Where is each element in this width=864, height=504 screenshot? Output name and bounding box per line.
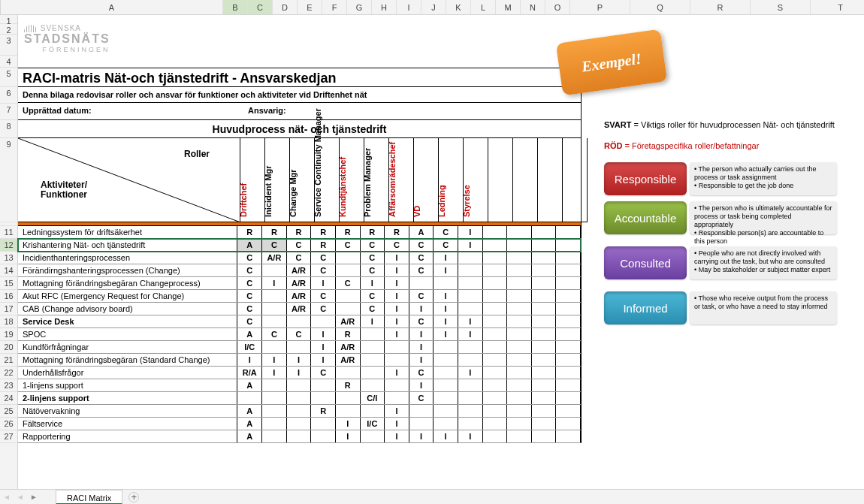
raci-cell[interactable] [483,354,508,366]
raci-cell[interactable]: C [361,290,385,302]
raci-cell[interactable] [262,290,287,302]
activity-label[interactable]: Fältservice [18,418,237,430]
activity-label[interactable]: Kundförfrågningar [18,341,237,353]
raci-cell[interactable]: I [385,290,409,302]
raci-cell[interactable] [556,328,581,340]
raci-cell[interactable]: I [311,328,336,340]
row-header-13[interactable]: 13 [0,252,17,264]
activity-label[interactable]: Akut RFC (Emergency Request for Change) [18,290,237,302]
raci-cell[interactable] [507,392,532,404]
raci-cell[interactable] [262,392,287,404]
raci-cell[interactable]: I [385,252,409,264]
raci-cell[interactable]: I [287,367,312,379]
activity-label[interactable]: 2-linjens support [18,392,237,404]
raci-cell[interactable]: I [434,328,458,340]
raci-cell[interactable]: R [237,226,262,238]
raci-cell[interactable] [483,239,508,251]
raci-cell[interactable] [361,328,385,340]
raci-cell[interactable] [507,226,532,238]
row-header-9[interactable]: 9 [0,138,17,222]
row-header-3[interactable]: 3 [0,35,17,56]
raci-cell[interactable] [336,367,361,379]
activity-label[interactable]: Rapportering [18,430,237,442]
raci-cell[interactable] [507,367,532,379]
raci-data-grid[interactable]: Ledningssystem för driftsäkerhetRRRRRRRA… [18,226,581,443]
raci-cell[interactable] [532,341,557,353]
table-row[interactable]: KundförfrågningarI/CIA/RI [18,341,581,354]
row-header-22[interactable]: 22 [0,367,17,379]
role-header[interactable]: VD [414,138,439,222]
raci-cell[interactable]: C [287,239,312,251]
raci-cell[interactable] [483,264,508,276]
row-header-23[interactable]: 23 [0,379,17,392]
raci-cell[interactable] [532,328,557,340]
raci-cell[interactable] [434,341,458,353]
raci-cell[interactable]: R [311,226,336,238]
raci-cell[interactable]: A [237,239,262,251]
raci-cell[interactable] [507,341,532,353]
raci-cell[interactable]: I [434,290,458,302]
raci-cell[interactable]: C [434,226,458,238]
raci-cell[interactable] [361,354,385,366]
row-header-18[interactable]: 18 [0,315,17,328]
raci-cell[interactable]: I [409,354,434,366]
table-row[interactable]: FältserviceAII/CI [18,418,581,430]
raci-cell[interactable]: A [237,379,262,391]
raci-cell[interactable]: C [361,252,385,264]
raci-cell[interactable]: R [361,226,385,238]
raci-cell[interactable]: I [336,430,361,442]
raci-cell[interactable] [556,341,581,353]
raci-cell[interactable] [556,303,581,315]
raci-cell[interactable]: R [336,328,361,340]
row-header-24[interactable]: 24 [0,392,17,405]
raci-cell[interactable] [311,379,336,391]
col-header-M[interactable]: M [496,0,521,14]
row-header-1[interactable]: 1 [0,15,17,24]
table-row[interactable]: SPOCACCIRIIII [18,328,581,341]
table-row[interactable]: Förändirngshanteringsprocessen (Change)C… [18,264,581,277]
raci-cell[interactable] [434,392,458,404]
raci-cell[interactable] [434,405,458,417]
raci-cell[interactable]: I [262,367,287,379]
raci-cell[interactable] [287,341,312,353]
raci-cell[interactable] [385,354,409,366]
raci-cell[interactable]: C [237,252,262,264]
col-header-I[interactable]: I [397,0,421,14]
raci-cell[interactable] [556,367,581,379]
raci-cell[interactable]: A [237,418,262,430]
raci-cell[interactable]: A/R [336,341,361,353]
raci-cell[interactable] [556,354,581,366]
row-header-16[interactable]: 16 [0,290,17,303]
raci-cell[interactable] [361,430,385,442]
raci-cell[interactable] [458,341,483,353]
activity-label[interactable]: Underhållsfrågor [18,367,237,379]
role-header[interactable]: Service Continuity Manager [315,138,340,222]
raci-cell[interactable] [532,277,557,289]
raci-cell[interactable]: C [311,367,336,379]
raci-cell[interactable] [532,290,557,302]
row-header-19[interactable]: 19 [0,328,17,341]
raci-cell[interactable] [483,430,508,442]
raci-cell[interactable] [532,239,557,251]
raci-cell[interactable] [262,405,287,417]
raci-cell[interactable]: C [409,315,434,327]
activity-label[interactable]: 1-linjens support [18,379,237,391]
raci-cell[interactable] [262,341,287,353]
raci-cell[interactable] [262,430,287,442]
spreadsheet-area[interactable]: SVENSKA STADSNÄTS FÖRENINGEN RACI-matris… [18,15,864,489]
row-header-7[interactable]: 7 [0,104,17,120]
raci-cell[interactable] [311,430,336,442]
col-header-D[interactable]: D [273,0,298,14]
role-header-empty[interactable] [513,138,538,222]
raci-cell[interactable] [262,315,287,327]
raci-cell[interactable] [507,315,532,327]
raci-cell[interactable]: R [311,239,336,251]
raci-cell[interactable] [361,367,385,379]
role-header[interactable]: Driftchef [240,138,265,222]
raci-cell[interactable]: C [262,328,287,340]
raci-cell[interactable] [556,290,581,302]
table-row[interactable]: UnderhållsfrågorR/AIICICI [18,367,581,379]
col-header-B[interactable]: B [223,0,248,14]
raci-cell[interactable]: I [361,277,385,289]
raci-cell[interactable] [483,392,508,404]
